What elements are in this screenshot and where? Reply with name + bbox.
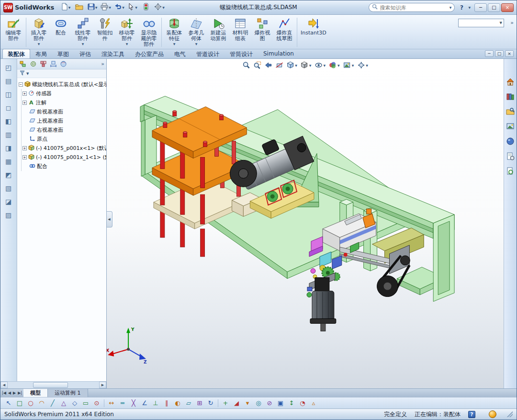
undo-button[interactable]: ▼ (113, 2, 125, 13)
expand-icon[interactable]: + (22, 101, 27, 105)
appearances-icon[interactable] (506, 136, 515, 146)
maximize-button[interactable]: □ (488, 3, 500, 12)
motion-study-tab[interactable]: 运动算例 1 (48, 389, 88, 397)
toolbar-icon[interactable]: ╳ (129, 398, 138, 408)
ribbon-overflow-chevron[interactable]: » (510, 20, 514, 26)
tab-electrical[interactable]: 电气 (169, 49, 191, 58)
chevron-down-icon[interactable]: ▼ (26, 72, 29, 76)
ribbon-button-new-motion-study[interactable]: 新建运 动算例 (207, 16, 229, 49)
3d-model-canvas[interactable]: Y X Z (107, 59, 504, 388)
toolbar-icon[interactable]: ◔ (298, 398, 307, 408)
ribbon-button-bill-of-materials[interactable]: 材料明 细表 (229, 16, 251, 49)
toolbar-icon[interactable]: ○ (26, 398, 35, 408)
toolbar-icon[interactable]: ▾ (243, 398, 252, 408)
custom-properties-icon[interactable] (506, 151, 515, 161)
edit-appearance-button[interactable]: ▼ (329, 61, 340, 69)
solidworks-resources-icon[interactable] (506, 77, 515, 87)
select-button[interactable]: ▼ (127, 2, 138, 13)
side-toolbar-icon[interactable]: ◻ (3, 103, 14, 113)
toolbar-icon[interactable]: ⊘ (265, 398, 274, 408)
side-toolbar-icon[interactable]: ▦ (3, 157, 14, 166)
hide-show-items-button[interactable]: ▼ (315, 61, 326, 69)
open-button[interactable] (73, 2, 85, 13)
toolbar-icon[interactable]: ═ (118, 398, 127, 408)
tab-previous-button[interactable]: ◀ (8, 391, 11, 395)
toolbar-icon[interactable]: ◐ (173, 398, 182, 408)
tab-sketch[interactable]: 草图 (52, 49, 74, 58)
minimize-button[interactable]: ─ (474, 3, 487, 12)
tab-render-tools[interactable]: 渲染工具 (96, 49, 130, 58)
side-toolbar-icon[interactable]: ◰ (3, 63, 14, 72)
scrollbar-thumb[interactable] (33, 382, 68, 388)
knowledge-search[interactable]: ▼ (369, 3, 455, 12)
side-toolbar-icon[interactable]: ▧ (3, 183, 14, 193)
tree-item-part-1[interactable]: + (-) 410075_p001x<1> (默认 (22, 144, 106, 153)
document-minimize-button[interactable]: ─ (485, 50, 494, 57)
tab-layout[interactable]: 布局 (30, 49, 52, 58)
print-button[interactable]: ▼ (100, 2, 112, 13)
side-toolbar-icon[interactable]: ▨ (3, 210, 14, 220)
panel-overflow-chevron[interactable]: » (101, 61, 104, 67)
expand-icon[interactable]: + (22, 91, 27, 96)
display-style-button[interactable]: ▼ (301, 61, 312, 69)
side-toolbar-icon[interactable]: ◨ (3, 143, 14, 153)
toolbar-icon[interactable]: ◇ (70, 398, 79, 408)
apply-scene-button[interactable]: ▼ (343, 61, 354, 69)
toolbar-icon[interactable]: ⊞ (195, 398, 204, 408)
side-toolbar-icon[interactable]: ▥ (3, 130, 14, 139)
toolbar-icon[interactable]: ↻ (206, 398, 215, 408)
toolbar-icon[interactable]: ↔ (107, 398, 116, 408)
expand-icon[interactable]: + (22, 146, 27, 150)
help-button[interactable]: ? (457, 3, 466, 12)
ribbon-button-reference-geometry[interactable]: 参考几 何体 ▼ (185, 16, 207, 49)
options-button[interactable]: ▼ (154, 2, 165, 13)
toolbar-icon[interactable]: ╱ (48, 398, 57, 408)
toolbar-icon[interactable]: ⊙ (92, 398, 101, 408)
command-search-combobox[interactable]: ▼ (458, 19, 504, 27)
quick-tips-icon[interactable] (489, 410, 496, 418)
toolbar-icon[interactable]: ▭ (81, 398, 90, 408)
featuremanager-tree-tab[interactable] (19, 60, 27, 68)
side-toolbar-icon[interactable]: ◧ (3, 116, 14, 126)
document-restore-button[interactable]: □ (495, 50, 504, 57)
toolbar-icon[interactable]: □ (15, 398, 24, 408)
design-library-icon[interactable] (506, 92, 515, 102)
collapse-icon[interactable]: − (19, 82, 23, 87)
zoom-to-area-button[interactable] (253, 61, 261, 69)
tree-item-origin[interactable]: 原点 (22, 135, 106, 144)
tab-assembly[interactable]: 装配体 (2, 49, 30, 58)
tree-item-part-2[interactable]: + (-) 410075_p001x_1<1> (默 (22, 153, 106, 162)
ribbon-button-exploded-view[interactable]: 爆炸视 图 (251, 16, 273, 49)
filter-funnel-icon[interactable] (20, 70, 25, 77)
ribbon-button-move-component[interactable]: 移动零 部件 ▼ (116, 16, 138, 49)
toolbar-icon[interactable]: ◠ (37, 398, 46, 408)
side-toolbar-icon[interactable]: ◪ (3, 197, 14, 206)
toolbar-icon[interactable]: ↖ (4, 398, 13, 408)
save-button[interactable]: ▼ (87, 2, 98, 13)
model-tab[interactable]: 模型 (23, 389, 48, 397)
toolbar-icon[interactable]: + (221, 398, 230, 408)
close-button[interactable]: × (501, 3, 514, 12)
toolbar-icon[interactable]: ⊥ (151, 398, 160, 408)
tree-horizontal-scrollbar[interactable]: ◀ ▶ (0, 381, 106, 388)
view-settings-button[interactable]: ▼ (357, 61, 368, 69)
new-button[interactable]: ▼ (60, 2, 71, 13)
tab-last-button[interactable]: ▶| (18, 391, 22, 395)
side-toolbar-icon[interactable]: ◫ (3, 90, 14, 99)
tree-item-right-plane[interactable]: 右视基准面 (22, 125, 106, 135)
toolbar-icon[interactable]: ▱ (184, 398, 193, 408)
expand-icon[interactable]: + (22, 155, 27, 159)
tree-item-sensors[interactable]: + 传感器 (22, 89, 106, 98)
ribbon-button-smart-fasteners[interactable]: 智能扣 件 (94, 16, 116, 49)
status-help-icon[interactable]: ? (468, 411, 475, 418)
file-explorer-icon[interactable] (506, 107, 515, 116)
displaymanager-tab[interactable] (59, 60, 67, 68)
scroll-right-button[interactable]: ▶ (99, 382, 106, 388)
toolbar-icon[interactable]: ∠ (140, 398, 149, 408)
toolbar-icon[interactable]: ▵ (309, 398, 318, 408)
tab-tubing[interactable]: 管筒设计 (225, 49, 258, 58)
tab-evaluate[interactable]: 评估 (74, 49, 96, 58)
dimxpert-tab[interactable] (49, 60, 57, 68)
toolbar-icon[interactable]: ◎ (254, 398, 263, 408)
side-toolbar-icon[interactable]: ▤ (3, 76, 14, 86)
